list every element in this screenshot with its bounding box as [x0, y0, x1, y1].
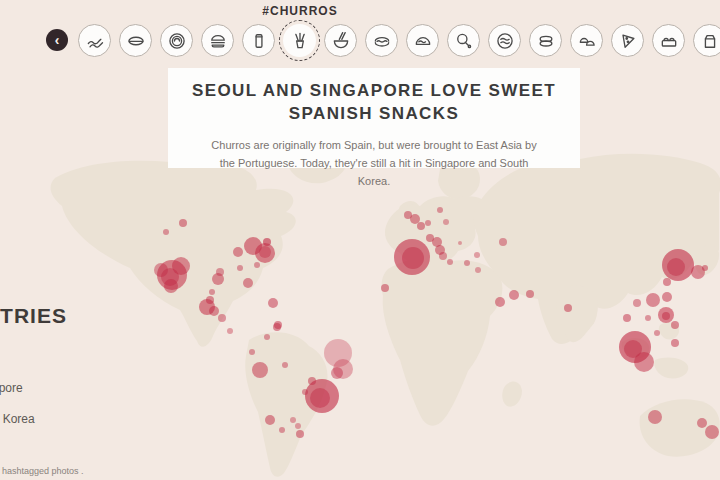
bubble: [667, 258, 685, 276]
carousel-item-pizza-slice[interactable]: [611, 24, 644, 57]
bubble: [172, 257, 190, 275]
carousel-item-fried-chicken[interactable]: [447, 24, 480, 57]
bubble: [705, 425, 719, 439]
bubble: [564, 304, 572, 312]
bubble: [308, 377, 316, 385]
bubble: [274, 321, 282, 329]
bubble: [381, 284, 389, 292]
carousel-item-sushi-tray[interactable]: [652, 24, 685, 57]
bubble: [495, 297, 505, 307]
bubble: [254, 262, 260, 268]
bubble: [464, 260, 470, 266]
top-country-item: Brazil: [0, 350, 168, 364]
bubble: [475, 267, 481, 273]
bubble: [402, 247, 424, 269]
burger-icon: [208, 31, 228, 51]
fried-chicken-icon: [454, 31, 474, 51]
carousel-item-sandwich[interactable]: [119, 24, 152, 57]
carousel-item-burger[interactable]: [201, 24, 234, 57]
top-countries-list: BrazilSingaporeSouth Korea: [0, 350, 168, 443]
legend-note: of hashtagged photos .: [0, 466, 84, 476]
chevron-left-icon: ‹: [55, 33, 60, 47]
page-title: SEOUL AND SINGAPORE LOVE SWEET SPANISH S…: [186, 80, 562, 126]
carousel-item-drink-can[interactable]: [242, 24, 275, 57]
bubble: [671, 321, 679, 329]
bubble: [227, 328, 233, 334]
food-carousel: #CHURROS ‹: [0, 0, 720, 66]
carousel-item-macaron[interactable]: [529, 24, 562, 57]
carousel-item-churros[interactable]: [283, 24, 316, 57]
bubble: [154, 263, 168, 277]
bubble: [439, 252, 447, 260]
bubble: [310, 388, 330, 408]
bubble: [296, 430, 304, 438]
bubble: [447, 259, 453, 265]
churros-icon: [290, 31, 310, 51]
bubble: [474, 252, 480, 258]
carousel-item-spaghetti-plate[interactable]: [488, 24, 521, 57]
bubble: [209, 289, 215, 295]
bubble: [623, 314, 631, 322]
top-country-item: South Korea: [0, 412, 168, 426]
sandwich-icon: [126, 31, 146, 51]
pizza-slice-icon: [618, 31, 638, 51]
carousel-item-ramen-bowl[interactable]: [324, 24, 357, 57]
bubble: [282, 362, 288, 368]
bubble: [218, 314, 226, 322]
carousel-item-bacon[interactable]: [78, 24, 111, 57]
bubble: [425, 220, 431, 226]
bubble: [410, 214, 420, 224]
bubble: [662, 292, 672, 302]
carousel-icon-row: [78, 24, 720, 57]
sushi-tray-icon: [659, 31, 679, 51]
bubble: [437, 207, 443, 213]
bubble: [249, 349, 255, 355]
hotdog-icon: [372, 31, 392, 51]
bubble: [648, 410, 662, 424]
dumplings-icon: [577, 31, 597, 51]
bubble: [526, 290, 534, 298]
bubble: [212, 273, 224, 285]
bubble: [302, 389, 308, 395]
spaghetti-plate-icon: [495, 31, 515, 51]
bubble: [633, 299, 641, 307]
drink-can-icon: [249, 31, 269, 51]
bubble: [264, 334, 270, 340]
bubble: [671, 339, 679, 347]
bubble: [252, 362, 268, 378]
carousel-item-dumplings[interactable]: [570, 24, 603, 57]
bubble: [265, 415, 275, 425]
bubble: [654, 330, 660, 336]
carousel-back-button[interactable]: ‹: [46, 29, 68, 51]
top-country-item: Singapore: [0, 381, 168, 395]
carousel-item-hotdog[interactable]: [365, 24, 398, 57]
bubble: [295, 423, 301, 429]
bubble: [259, 246, 271, 258]
headline-card: SEOUL AND SINGAPORE LOVE SWEET SPANISH S…: [168, 68, 580, 168]
bubble: [268, 298, 278, 308]
legend-heading: TOP COUNTRIES: [0, 304, 67, 328]
bubble: [645, 315, 651, 321]
bubble: [417, 222, 425, 230]
bubble: [443, 219, 449, 225]
bubble: [662, 312, 670, 320]
carousel-item-takeout-box[interactable]: [693, 24, 720, 57]
carousel-item-paella-plate[interactable]: [160, 24, 193, 57]
macaron-icon: [536, 31, 556, 51]
page-subtitle: Churros are originally from Spain, but w…: [206, 136, 542, 190]
carousel-item-taco[interactable]: [406, 24, 439, 57]
bubble: [237, 265, 243, 271]
bubble: [634, 352, 654, 372]
bubble: [290, 417, 296, 423]
paella-plate-icon: [167, 31, 187, 51]
bubble: [263, 238, 271, 246]
bubble: [646, 293, 660, 307]
bacon-icon: [85, 31, 105, 51]
bubble: [164, 279, 178, 293]
taco-icon: [413, 31, 433, 51]
bubble: [331, 367, 343, 379]
bubble: [499, 238, 507, 246]
bubble: [209, 306, 219, 316]
bubble: [279, 427, 285, 433]
bubble: [163, 229, 169, 235]
